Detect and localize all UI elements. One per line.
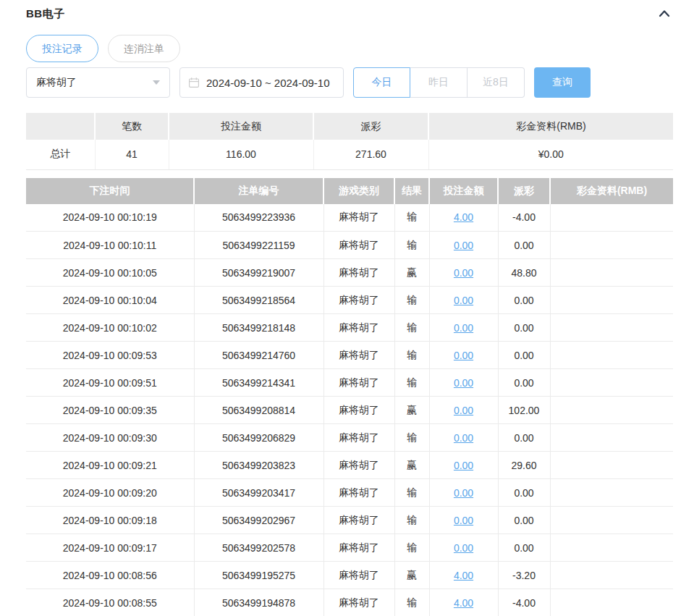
payout-cell: -4.00 — [498, 589, 550, 616]
bet-id-cell: 5063499195275 — [194, 562, 323, 589]
column-header: 游戏类别 — [323, 178, 394, 204]
result-cell: 输 — [394, 507, 429, 534]
bet-time-cell: 2024-09-10 00:10:02 — [26, 314, 194, 342]
collapse-button[interactable] — [656, 5, 673, 22]
game-type-cell: 麻将胡了 — [323, 369, 394, 397]
bet-amount-link[interactable]: 0.00 — [454, 542, 473, 554]
bet-amount-link[interactable]: 4.00 — [454, 211, 473, 223]
bet-amount-link[interactable]: 0.00 — [454, 487, 473, 499]
bet-time-cell: 2024-09-10 00:09:51 — [26, 369, 194, 397]
game-type-cell: 麻将胡了 — [323, 342, 394, 369]
bet-id-cell: 5063499218148 — [194, 314, 323, 342]
bet-id-cell: 5063499194878 — [194, 589, 323, 616]
game-type-cell: 麻将胡了 — [323, 314, 394, 342]
tab-cancelled-orders[interactable]: 连消注单 — [108, 35, 180, 62]
bet-id-cell: 5063499214341 — [194, 369, 323, 397]
column-header: 派彩 — [313, 113, 428, 140]
column-header: 投注金额 — [429, 178, 498, 204]
table-row: 2024-09-10 00:09:535063499214760麻将胡了输0.0… — [26, 342, 673, 369]
table-row: 2024-09-10 00:08:555063499194878麻将胡了输4.0… — [26, 589, 673, 616]
bet-id-cell: 5063499208814 — [194, 397, 323, 424]
summary-bet-amount-cell: 116.00 — [169, 140, 313, 169]
bet-amount-link[interactable]: 0.00 — [454, 377, 473, 389]
bet-amount-link[interactable]: 0.00 — [454, 295, 473, 306]
bonus-cell — [550, 259, 673, 287]
table-row: 2024-09-10 00:08:565063499195275麻将胡了赢4.0… — [26, 562, 673, 589]
bonus-cell — [550, 452, 673, 479]
column-header — [26, 113, 95, 140]
table-row: 2024-09-10 00:09:355063499208814麻将胡了赢0.0… — [26, 397, 673, 424]
bet-amount-link[interactable]: 0.00 — [454, 460, 473, 471]
quick-range-today[interactable]: 今日 — [353, 67, 410, 98]
bonus-cell — [550, 314, 673, 342]
bet-amount-cell: 0.00 — [429, 259, 498, 287]
column-header: 结果 — [394, 178, 429, 204]
quick-range-yesterday[interactable]: 昨日 — [410, 67, 468, 98]
bonus-cell — [550, 589, 673, 616]
bet-amount-cell: 0.00 — [429, 232, 498, 259]
bet-amount-link[interactable]: 0.00 — [454, 240, 473, 251]
payout-cell: 0.00 — [498, 369, 550, 397]
bet-time-cell: 2024-09-10 00:10:19 — [26, 204, 194, 232]
result-cell: 输 — [394, 424, 429, 452]
bet-id-cell: 5063499203417 — [194, 479, 323, 507]
payout-cell: 0.00 — [498, 479, 550, 507]
summary-count-cell: 41 — [95, 140, 169, 169]
payout-cell: 102.00 — [498, 397, 550, 424]
payout-cell: 0.00 — [498, 287, 550, 314]
bet-amount-link[interactable]: 0.00 — [454, 515, 473, 526]
bet-time-cell: 2024-09-10 00:10:05 — [26, 259, 194, 287]
column-header: 派彩 — [498, 178, 550, 204]
bet-id-cell: 5063499206829 — [194, 424, 323, 452]
game-type-cell: 麻将胡了 — [323, 534, 394, 562]
bet-amount-cell: 0.00 — [429, 507, 498, 534]
query-button[interactable]: 查询 — [534, 67, 591, 98]
bonus-cell — [550, 424, 673, 452]
game-select[interactable]: 麻将胡了 — [26, 67, 170, 98]
table-row: 2024-09-10 00:09:215063499203823麻将胡了赢0.0… — [26, 452, 673, 479]
summary-header-row: 笔数投注金额派彩彩金资料(RMB) — [26, 113, 673, 140]
quick-range-last8days[interactable]: 近8日 — [468, 67, 525, 98]
result-cell: 输 — [394, 287, 429, 314]
result-cell: 输 — [394, 589, 429, 616]
bet-amount-cell: 0.00 — [429, 452, 498, 479]
column-header: 下注时间 — [26, 178, 194, 204]
result-cell: 赢 — [394, 562, 429, 589]
bet-time-cell: 2024-09-10 00:09:17 — [26, 534, 194, 562]
game-type-cell: 麻将胡了 — [323, 287, 394, 314]
game-type-cell: 麻将胡了 — [323, 204, 394, 232]
game-type-cell: 麻将胡了 — [323, 397, 394, 424]
game-type-cell: 麻将胡了 — [323, 259, 394, 287]
table-row: 2024-09-10 00:09:185063499202967麻将胡了输0.0… — [26, 507, 673, 534]
bet-amount-cell: 0.00 — [429, 287, 498, 314]
bet-amount-link[interactable]: 0.00 — [454, 405, 473, 416]
bet-amount-link[interactable]: 4.00 — [454, 570, 473, 581]
result-cell: 赢 — [394, 452, 429, 479]
bet-amount-link[interactable]: 0.00 — [454, 322, 473, 334]
game-type-cell: 麻将胡了 — [323, 452, 394, 479]
date-range-input[interactable]: 2024-09-10 ~ 2024-09-10 — [179, 67, 344, 98]
bet-amount-link[interactable]: 0.00 — [454, 267, 473, 279]
betting-records-panel: BB电子 投注记录 连消注单 麻将胡了 — [0, 0, 681, 616]
payout-cell: 0.00 — [498, 232, 550, 259]
calendar-icon — [188, 77, 200, 88]
bonus-cell — [550, 562, 673, 589]
bonus-cell — [550, 342, 673, 369]
column-header: 注单编号 — [194, 178, 323, 204]
records-table: 下注时间注单编号游戏类别结果投注金额派彩彩金资料(RMB) 2024-09-10… — [26, 178, 673, 616]
game-type-cell: 麻将胡了 — [323, 232, 394, 259]
result-cell: 输 — [394, 479, 429, 507]
records-table-body: 2024-09-10 00:10:195063499223936麻将胡了输4.0… — [26, 204, 673, 616]
bonus-cell — [550, 507, 673, 534]
table-row: 2024-09-10 00:10:055063499219007麻将胡了赢0.0… — [26, 259, 673, 287]
bet-amount-cell: 0.00 — [429, 314, 498, 342]
bet-amount-link[interactable]: 0.00 — [454, 432, 473, 444]
records-header-row: 下注时间注单编号游戏类别结果投注金额派彩彩金资料(RMB) — [26, 178, 673, 204]
bet-amount-link[interactable]: 4.00 — [454, 597, 473, 609]
result-cell: 输 — [394, 232, 429, 259]
tab-betting-records[interactable]: 投注记录 — [26, 35, 98, 62]
result-cell: 输 — [394, 534, 429, 562]
bet-time-cell: 2024-09-10 00:08:55 — [26, 589, 194, 616]
bet-amount-cell: 4.00 — [429, 562, 498, 589]
bet-amount-link[interactable]: 0.00 — [454, 350, 473, 361]
